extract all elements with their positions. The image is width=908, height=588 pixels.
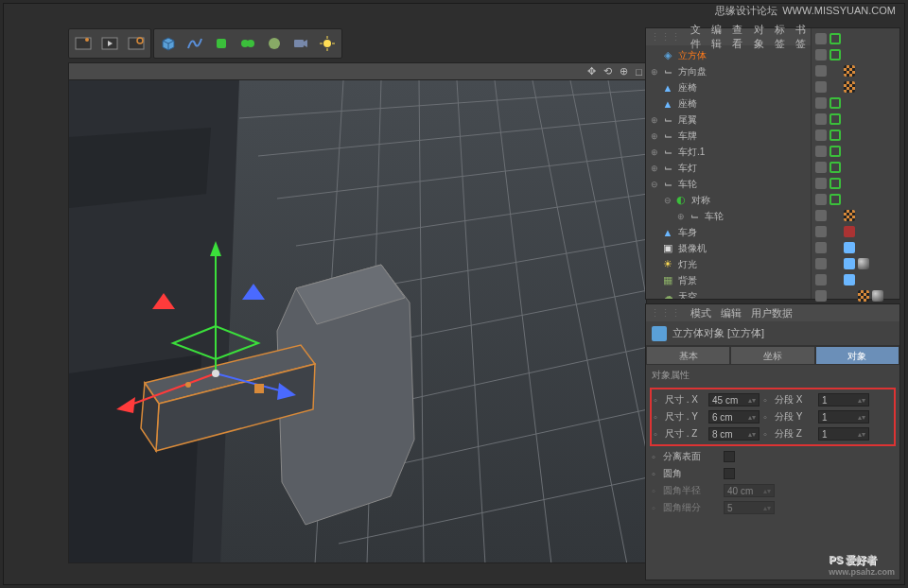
tag-sphere[interactable] — [858, 258, 869, 269]
tag-gray[interactable] — [815, 33, 827, 44]
tree-item[interactable]: ☁天空 — [646, 288, 811, 299]
tag-row[interactable] — [812, 191, 899, 207]
expand-icon[interactable]: ⊕ — [650, 131, 659, 141]
tag-green[interactable] — [829, 146, 841, 157]
tag-gray[interactable] — [815, 274, 827, 285]
tree-item[interactable]: ▲座椅 — [646, 79, 811, 95]
tree-item[interactable]: ▲车身 — [646, 224, 811, 240]
prop-input[interactable]: 45 cm▴▾ — [708, 393, 760, 406]
prop-input[interactable]: 1▴▾ — [818, 427, 869, 441]
tag-gray[interactable] — [815, 194, 827, 205]
tree-item[interactable]: ⊖◐对称 — [646, 192, 811, 208]
tag-chk[interactable] — [844, 81, 855, 93]
checkbox[interactable] — [724, 451, 735, 462]
tag-row[interactable] — [812, 62, 899, 78]
prop-input[interactable]: 1▴▾ — [818, 410, 869, 424]
tag-row[interactable] — [812, 95, 899, 111]
tree-item[interactable]: ▦背景 — [646, 272, 811, 288]
tag-gray[interactable] — [815, 290, 827, 302]
camera-button[interactable] — [288, 31, 313, 56]
tag-gray[interactable] — [815, 65, 827, 77]
tag-chk[interactable] — [858, 290, 869, 302]
tag-gray[interactable] — [815, 178, 827, 189]
tag-row[interactable] — [812, 30, 899, 46]
expand-icon[interactable]: ⊕ — [650, 147, 659, 157]
tag-row[interactable] — [812, 127, 899, 143]
tag-eye[interactable] — [844, 258, 855, 269]
light-button[interactable] — [315, 31, 340, 56]
tag-green[interactable] — [829, 113, 841, 125]
viewport-nav-icon[interactable]: □ — [636, 66, 642, 78]
tag-gray[interactable] — [815, 113, 827, 125]
tag-gray[interactable] — [815, 258, 827, 269]
tree-item[interactable]: ⊖⌙车轮 — [646, 176, 811, 192]
prop-input[interactable]: 8 cm▴▾ — [708, 427, 760, 441]
tag-row[interactable] — [812, 143, 899, 159]
tag-row[interactable] — [812, 255, 899, 271]
tag-green[interactable] — [829, 49, 841, 61]
render-settings-button[interactable] — [124, 31, 148, 56]
tree-item[interactable]: ◈立方体 — [646, 47, 811, 63]
tag-gray[interactable] — [815, 242, 827, 253]
expand-icon[interactable]: ⊕ — [676, 212, 686, 221]
tag-chk[interactable] — [844, 210, 855, 221]
tag-red[interactable] — [844, 226, 855, 237]
tree-item[interactable]: ☀灯光 — [646, 256, 811, 272]
tree-item[interactable]: ⊕⌙方向盘 — [646, 63, 811, 79]
expand-icon[interactable]: ⊖ — [663, 196, 672, 205]
tag-green[interactable] — [829, 33, 841, 44]
tag-gray[interactable] — [815, 97, 827, 109]
tag-row[interactable] — [812, 159, 899, 175]
prop-input[interactable]: 1▴▾ — [818, 393, 869, 406]
object-tags-column[interactable] — [811, 28, 899, 299]
tag-gray[interactable] — [815, 130, 827, 141]
deformer-button[interactable] — [236, 31, 260, 56]
viewport-nav-icon[interactable]: ✥ — [587, 65, 596, 78]
tree-item[interactable]: ⊕⌙车轮 — [646, 208, 811, 224]
tree-item[interactable]: ⊕⌙尾翼 — [646, 112, 811, 128]
checkbox[interactable] — [724, 468, 735, 479]
tag-row[interactable] — [812, 223, 899, 239]
tag-green[interactable] — [829, 162, 841, 173]
tag-chk[interactable] — [844, 65, 855, 77]
environment-button[interactable] — [262, 31, 287, 56]
tag-row[interactable] — [812, 271, 899, 287]
tag-gray[interactable] — [815, 226, 827, 237]
generator-button[interactable] — [209, 31, 234, 56]
tag-gray[interactable] — [815, 49, 827, 61]
tag-green[interactable] — [829, 194, 841, 205]
tag-row[interactable] — [812, 111, 899, 127]
attr-menu-edit[interactable]: 编辑 — [721, 306, 742, 320]
tag-row[interactable] — [812, 287, 899, 303]
attr-menu-userdata[interactable]: 用户数据 — [751, 306, 793, 320]
tag-gray[interactable] — [815, 146, 827, 157]
tag-row[interactable] — [812, 175, 899, 191]
tag-row[interactable] — [812, 207, 899, 223]
prop-input[interactable]: 6 cm▴▾ — [708, 410, 760, 424]
tree-item[interactable]: ⊕⌙车灯.1 — [646, 144, 811, 160]
tag-row[interactable] — [812, 78, 899, 95]
tag-eye[interactable] — [844, 274, 855, 285]
expand-icon[interactable]: ⊕ — [650, 164, 659, 173]
tree-item[interactable]: ⊕⌙车灯 — [646, 160, 811, 176]
expand-icon[interactable]: ⊕ — [650, 67, 659, 77]
expand-icon[interactable]: ⊖ — [650, 180, 659, 189]
tag-eye[interactable] — [844, 242, 855, 253]
tab-basic[interactable]: 基本 — [646, 346, 730, 365]
viewport-nav-icon[interactable]: ⟲ — [603, 65, 612, 78]
tag-green[interactable] — [829, 130, 841, 141]
tag-sphere[interactable] — [872, 290, 883, 302]
viewport-nav-icon[interactable]: ⊕ — [620, 65, 628, 78]
tab-coord[interactable]: 坐标 — [730, 346, 814, 365]
expand-icon[interactable]: ⊕ — [650, 115, 659, 125]
render-pv-button[interactable] — [97, 31, 122, 56]
tag-green[interactable] — [829, 97, 841, 109]
tag-gray[interactable] — [815, 81, 827, 93]
tab-object[interactable]: 对象 — [815, 346, 899, 365]
tag-row[interactable] — [812, 239, 899, 255]
spline-button[interactable] — [183, 31, 207, 56]
tag-green[interactable] — [829, 178, 841, 189]
tree-item[interactable]: ▲座椅 — [646, 95, 811, 112]
3d-viewport[interactable]: ✥ ⟲ ⊕ □ — [68, 62, 647, 563]
attr-menu-mode[interactable]: 模式 — [690, 306, 711, 320]
